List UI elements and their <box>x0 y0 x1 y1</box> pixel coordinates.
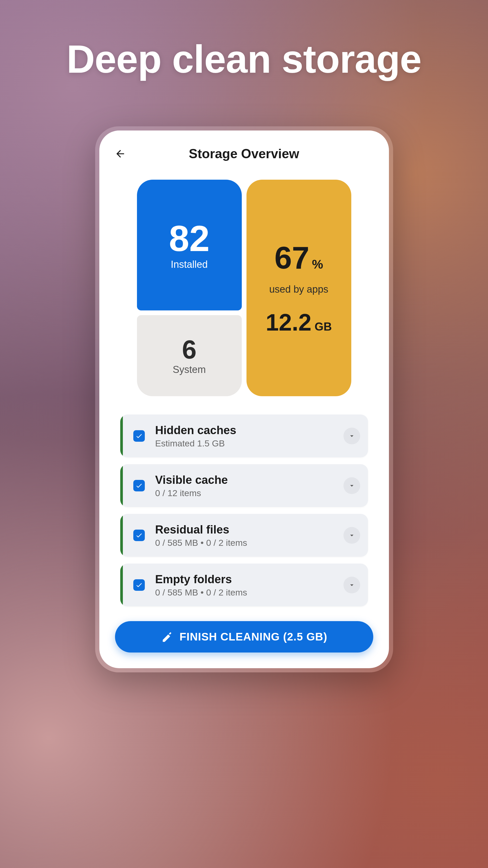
clean-item-residual-files[interactable]: Residual files 0 / 585 MB • 0 / 2 items <box>120 514 368 557</box>
clean-item-visible-cache[interactable]: Visible cache 0 / 12 items <box>120 464 368 507</box>
clean-item-title: Visible cache <box>155 473 344 487</box>
system-label: System <box>173 364 206 375</box>
expand-button[interactable] <box>344 527 360 544</box>
clean-item-text: Empty folders 0 / 585 MB • 0 / 2 items <box>155 573 344 597</box>
finish-button-label: FINISH CLEANING (2.5 GB) <box>180 630 327 643</box>
phone-screen: Storage Overview 82 Installed 6 System 6… <box>99 130 389 668</box>
check-icon <box>135 581 143 589</box>
clean-item-text: Residual files 0 / 585 MB • 0 / 2 items <box>155 523 344 548</box>
clean-item-empty-folders[interactable]: Empty folders 0 / 585 MB • 0 / 2 items <box>120 564 368 607</box>
clean-item-title: Empty folders <box>155 573 344 586</box>
check-icon <box>135 432 143 440</box>
stats-grid: 82 Installed 6 System 67 % used by apps … <box>137 180 351 396</box>
checkbox-hidden-caches[interactable] <box>133 430 145 442</box>
checkbox-empty-folders[interactable] <box>133 579 145 591</box>
accent-bar <box>120 564 123 607</box>
clean-item-text: Visible cache 0 / 12 items <box>155 473 344 498</box>
expand-button[interactable] <box>344 477 360 494</box>
stat-card-system[interactable]: 6 System <box>137 315 242 396</box>
percent-symbol: % <box>312 257 323 272</box>
stat-card-installed[interactable]: 82 Installed <box>137 180 242 310</box>
page-title: Storage Overview <box>112 146 376 161</box>
used-percent: 67 <box>274 242 309 273</box>
used-size-value: 12.2 <box>266 311 311 334</box>
screen-header: Storage Overview <box>110 146 379 172</box>
installed-count: 82 <box>169 220 209 257</box>
hero-title: Deep clean storage <box>67 37 422 82</box>
check-icon <box>135 532 143 539</box>
installed-label: Installed <box>171 259 208 270</box>
accent-bar <box>120 414 123 457</box>
broom-icon <box>161 631 173 643</box>
used-label: used by apps <box>269 284 328 295</box>
arrow-left-icon <box>115 148 126 159</box>
accent-bar <box>120 514 123 557</box>
clean-item-subtitle: 0 / 585 MB • 0 / 2 items <box>155 538 344 548</box>
clean-item-subtitle: 0 / 12 items <box>155 488 344 498</box>
check-icon <box>135 482 143 489</box>
checkbox-visible-cache[interactable] <box>133 480 145 491</box>
clean-item-subtitle: Estimated 1.5 GB <box>155 438 344 448</box>
expand-button[interactable] <box>344 577 360 593</box>
expand-button[interactable] <box>344 428 360 444</box>
chevron-down-icon <box>348 482 356 490</box>
clean-item-title: Hidden caches <box>155 424 344 437</box>
used-size-unit: GB <box>315 320 332 333</box>
accent-bar <box>120 464 123 507</box>
clean-list: Hidden caches Estimated 1.5 GB Visible c… <box>110 414 379 607</box>
finish-cleaning-button[interactable]: FINISH CLEANING (2.5 GB) <box>115 621 373 652</box>
clean-item-hidden-caches[interactable]: Hidden caches Estimated 1.5 GB <box>120 414 368 457</box>
stat-card-used[interactable]: 67 % used by apps 12.2 GB <box>247 180 351 396</box>
clean-item-title: Residual files <box>155 523 344 536</box>
chevron-down-icon <box>348 531 356 539</box>
system-count: 6 <box>182 336 197 363</box>
checkbox-residual-files[interactable] <box>133 530 145 541</box>
back-button[interactable] <box>112 146 128 162</box>
clean-item-text: Hidden caches Estimated 1.5 GB <box>155 424 344 448</box>
chevron-down-icon <box>348 432 356 440</box>
chevron-down-icon <box>348 581 356 589</box>
clean-item-subtitle: 0 / 585 MB • 0 / 2 items <box>155 587 344 597</box>
phone-frame: Storage Overview 82 Installed 6 System 6… <box>95 126 393 672</box>
